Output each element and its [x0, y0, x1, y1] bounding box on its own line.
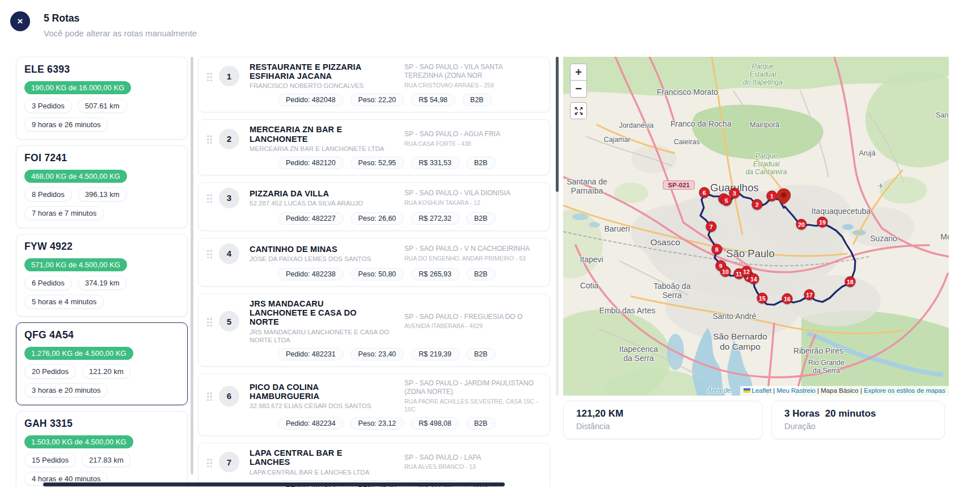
pedido-pill: Pedido: 482120	[278, 157, 344, 169]
stop-region: SP - SAO PAULO - VILA DIONISIA	[404, 189, 540, 198]
drag-handle-icon[interactable]	[206, 457, 213, 467]
vehicle-list-scrollbar[interactable]	[191, 57, 193, 475]
stop-card[interactable]: 1 RESTAURANTE E PIZZARIA ESFIHARIA JACAN…	[198, 57, 550, 112]
route-planner-window: × 5 Rotas Você pode alterar as rotas man…	[0, 0, 980, 487]
zoom-out-button[interactable]: −	[570, 81, 587, 98]
map-marker-7[interactable]: 7	[706, 221, 717, 232]
vehicle-card-gah3315[interactable]: GAH 3315 1.503,00 KG de 4.500,00 KG 15 P…	[16, 411, 188, 487]
stop-street: RUA CRISTOVAO ARRAES - 259	[404, 82, 540, 90]
leaflet-link[interactable]: Leaflet	[752, 387, 772, 394]
pedidos-pill: 6 Pedidos	[24, 276, 72, 290]
map-marker-2[interactable]: 2	[752, 199, 763, 210]
stop-card[interactable]: 6 PICO DA COLINA HAMBURGUERIA 32.983.672…	[198, 373, 550, 436]
map-marker-20[interactable]: 20	[796, 219, 807, 230]
vehicle-card-qfg4a54-selected[interactable]: QFG 4A54 1.276,00 KG de 4.500,00 KG 20 P…	[16, 322, 188, 405]
road-badge-sp021: SP-021	[663, 180, 695, 190]
map-attribution: Leaflet | Meu Rastreio | Mapa Básico | E…	[740, 386, 949, 396]
map-marker-18[interactable]: 18	[845, 276, 856, 287]
map-label: Franco da Rocha	[670, 119, 731, 128]
map-label: Suzano	[870, 234, 897, 243]
map-label: Caieiras	[674, 138, 700, 146]
vehicle-plate: FYW 4922	[24, 241, 179, 253]
stop-street: RUA DO ENGENHO, ANDAR PRIMEIRO - 53	[404, 255, 540, 263]
map-label: São Bernardo do Campo	[713, 331, 767, 352]
drag-handle-icon[interactable]	[206, 134, 213, 144]
stop-card[interactable]: 2 MERCEARIA ZN BAR E LANCHONETE MERCEARI…	[198, 119, 550, 175]
stop-subtitle: LAPA CENTRAL BAR E LANCHES LTDA	[250, 468, 391, 476]
page-subtitle: Você pode alterar as rotas manualmente	[44, 28, 197, 38]
drag-handle-icon[interactable]	[206, 391, 213, 401]
duration-value: 3 Horas 20 minutos	[784, 408, 932, 419]
tipo-pill: B2B	[466, 268, 496, 280]
vehicle-card-foi7241[interactable]: FOI 7241 468,00 KG de 4.500,00 KG 8 Pedi…	[16, 145, 188, 228]
map-marker-19[interactable]: 19	[817, 217, 828, 228]
stop-street: RUA KOSHUN TAKARA - 12	[404, 199, 540, 207]
stop-card[interactable]: 5 JRS MANDACARU LANCHONETE E CASA DO NOR…	[198, 293, 550, 367]
map-marker-17[interactable]: 17	[804, 289, 815, 300]
stop-region: SP - SAO PAULO - VILA SANTA TEREZINHA (Z…	[404, 63, 540, 81]
map-label: Mo	[940, 232, 949, 241]
tipo-pill: B2B	[462, 94, 492, 106]
mapa-basico-label: Mapa Básico	[821, 387, 858, 394]
map-marker-14[interactable]: 14	[749, 274, 759, 284]
map-marker-15[interactable]: 15	[757, 293, 768, 304]
map-marker-1[interactable]: 1	[767, 191, 778, 201]
pedido-pill: Pedido: 482238	[278, 268, 344, 280]
peso-pill: Peso: 22,20	[350, 94, 404, 106]
pedido-pill: Pedido: 482227	[278, 212, 344, 225]
map-label: Santo André	[712, 312, 756, 321]
map-marker-5[interactable]: 5	[721, 195, 732, 206]
distance-pill: 374.19 km	[78, 276, 127, 290]
stop-card[interactable]: 7 LAPA CENTRAL BAR E LANCHES LAPA CENTRA…	[198, 443, 550, 487]
map-marker-6[interactable]: 6	[699, 187, 710, 198]
fullscreen-icon	[575, 107, 583, 115]
stop-card[interactable]: 4 CANTINHO DE MINAS JOSE DA PAIXAO LEMES…	[198, 238, 550, 287]
map-label: Taboão da Serra	[653, 282, 690, 300]
horizontal-scrollbar[interactable]	[43, 482, 505, 486]
map-label: Francisco Morato	[657, 87, 718, 96]
map-label: San	[936, 111, 948, 119]
fullscreen-button[interactable]	[570, 102, 587, 119]
stop-subtitle: JRS MANDACARU LANCHONETE E CASA DO NORTE…	[250, 328, 391, 344]
drag-handle-icon[interactable]	[206, 317, 213, 326]
map-label: ✈	[878, 182, 884, 191]
map-label: Parque Estadual do Itapetinga	[743, 63, 782, 86]
stop-region: SP - SAO PAULO - LAPA	[404, 454, 540, 463]
tipo-pill: B2B	[466, 212, 496, 225]
distance-value: 121,20 KM	[576, 408, 750, 419]
distance-pill: 121.20 km	[82, 364, 131, 379]
tipo-pill: B2B	[466, 157, 496, 169]
zoom-in-button[interactable]: +	[570, 64, 587, 81]
map-canvas[interactable]: Francisco MoratoFranco da RochaJordanési…	[563, 57, 949, 396]
attr-separator: |	[817, 387, 819, 394]
depot-pin-icon[interactable]	[777, 188, 791, 207]
map-marker-16[interactable]: 16	[782, 293, 793, 304]
attr-separator: |	[773, 387, 775, 394]
stop-title: LAPA CENTRAL BAR E LANCHES	[250, 448, 374, 467]
stop-list-scrollbar[interactable]	[556, 57, 559, 396]
vehicle-card-ele6393[interactable]: ELE 6393 190,00 KG de 16.000,00 KG 3 Ped…	[16, 57, 188, 140]
stop-subtitle: MERCEARIA ZN BAR E LANCHONETE LTDA	[250, 145, 391, 153]
map-marker-10[interactable]: 10	[720, 266, 731, 277]
valor-pill: R$ 272,32	[411, 212, 459, 225]
header: × 5 Rotas Você pode alterar as rotas man…	[10, 11, 197, 38]
drag-handle-icon[interactable]	[206, 249, 213, 258]
drag-handle-icon[interactable]	[206, 72, 213, 81]
stop-card[interactable]: 3 PIZZARIA DA VILLA 52.287.452 LUCAS DA …	[198, 182, 550, 231]
map-marker-8[interactable]: 8	[712, 244, 723, 255]
map-label: Embu das Artes	[599, 306, 656, 315]
pedidos-pill: 8 Pedidos	[24, 187, 72, 201]
map-label: Cotia	[580, 281, 599, 290]
vehicle-card-fyw4922[interactable]: FYW 4922 571,00 KG de 4.500,00 KG 6 Pedi…	[16, 234, 188, 317]
close-button[interactable]: ×	[10, 11, 30, 31]
distance-pill: 217.83 km	[82, 453, 131, 467]
duration-pill: 5 horas e 4 minutos	[24, 295, 104, 309]
map-label: Cajamar	[603, 136, 630, 144]
explore-estilos-link[interactable]: Explore os estilos de mapas	[864, 387, 945, 394]
meu-rastreio-link[interactable]: Meu Rastreio	[776, 387, 815, 394]
stop-title: PIZZARIA DA VILLA	[250, 189, 374, 198]
stop-street: RUA CASA FORTE - 438	[404, 140, 540, 148]
drag-handle-icon[interactable]	[206, 193, 213, 203]
stop-region: SP - SAO PAULO - FREGUESIA DO O	[404, 313, 540, 322]
capacity-badge: 190,00 KG de 16.000,00 KG	[24, 81, 131, 94]
